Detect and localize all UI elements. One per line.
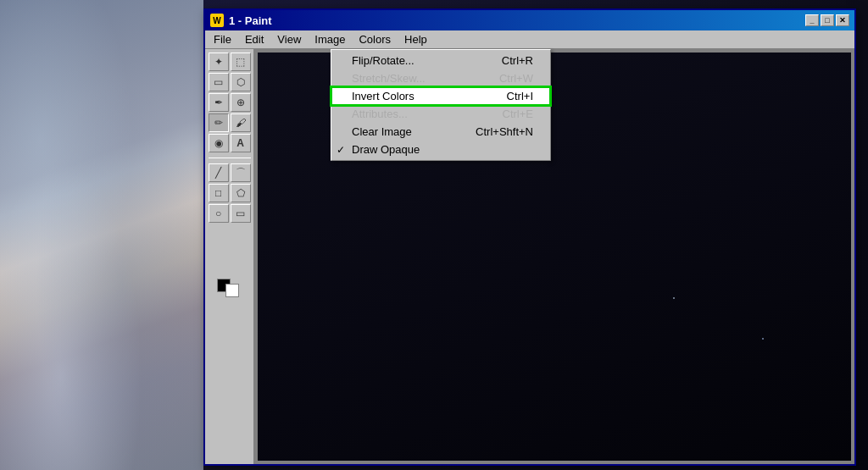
tool-airbrush[interactable]: ◉ [209, 134, 229, 152]
tool-pencil[interactable]: ✏ [209, 113, 229, 132]
menu-file[interactable]: File [207, 31, 238, 47]
tool-row-6: ╱ ⌒ [209, 163, 251, 182]
image-menu-dropdown: Flip/Rotate... Ctrl+R Stretch/Skew... Ct… [331, 49, 551, 161]
tool-row-7: □ ⬠ [209, 184, 251, 202]
tool-select-free[interactable]: ✦ [209, 53, 229, 71]
tool-row-4: ✏ 🖌 [209, 113, 251, 132]
menu-colors[interactable]: Colors [352, 31, 398, 47]
tool-brush[interactable]: 🖌 [231, 113, 251, 132]
tool-zoom[interactable]: ⊕ [231, 93, 251, 112]
tool-curve[interactable]: ⌒ [231, 163, 251, 182]
tool-line[interactable]: ╱ [209, 163, 229, 182]
close-button[interactable]: ✕ [836, 14, 849, 26]
tool-row-2: ▭ ⬡ [209, 73, 251, 91]
toolbar: ✦ ⬚ ▭ ⬡ ✒ ⊕ ✏ 🖌 ◉ A ╱ ⌒ [205, 49, 254, 464]
checkmark-icon: ✓ [337, 144, 345, 156]
menu-item-clear-image[interactable]: Clear Image Ctrl+Shft+N [331, 123, 550, 141]
color-swatches-area [209, 275, 251, 301]
menu-item-invert-colors[interactable]: Invert Colors Ctrl+I [331, 87, 550, 105]
tool-row-1: ✦ ⬚ [209, 53, 251, 71]
menu-item-draw-opaque[interactable]: ✓ Draw Opaque [331, 141, 550, 158]
menu-help[interactable]: Help [398, 31, 434, 47]
background-color[interactable] [225, 284, 239, 297]
painting-overlay [0, 0, 203, 470]
tool-rounded-rect[interactable]: ▭ [231, 204, 251, 223]
menu-image[interactable]: Image [308, 31, 352, 47]
star-1 [673, 297, 675, 299]
tool-rect[interactable]: □ [209, 184, 229, 202]
tool-eraser[interactable]: ▭ [209, 73, 229, 91]
menu-view[interactable]: View [270, 31, 308, 47]
tool-separator-1 [209, 158, 251, 158]
star-2 [762, 338, 764, 340]
window-icon: W [210, 14, 224, 27]
tool-fill[interactable]: ⬡ [231, 73, 251, 91]
menu-item-stretch-skew[interactable]: Stretch/Skew... Ctrl+W [331, 69, 550, 87]
title-bar: W 1 - Paint _ □ ✕ [205, 10, 854, 30]
menu-edit[interactable]: Edit [238, 31, 270, 47]
tool-polygon[interactable]: ⬠ [231, 184, 251, 202]
tool-row-3: ✒ ⊕ [209, 93, 251, 112]
menu-bar: File Edit View Image Colors Help [205, 30, 854, 49]
window-title: 1 - Paint [229, 14, 805, 27]
minimize-button[interactable]: _ [805, 14, 819, 26]
tool-ellipse[interactable]: ○ [209, 204, 229, 223]
dropdown-menu: Flip/Rotate... Ctrl+R Stretch/Skew... Ct… [331, 49, 551, 161]
menu-item-attributes[interactable]: Attributes... Ctrl+E [331, 105, 550, 123]
paint-window: W 1 - Paint _ □ ✕ File Edit View Image C… [203, 8, 856, 466]
maximize-button[interactable]: □ [821, 14, 834, 26]
tool-row-8: ○ ▭ [209, 204, 251, 223]
tool-select-rect[interactable]: ⬚ [231, 53, 251, 71]
tool-eyedropper[interactable]: ✒ [209, 93, 229, 112]
tool-row-5: ◉ A [209, 134, 251, 152]
title-controls: _ □ ✕ [805, 14, 849, 26]
tool-text[interactable]: A [231, 134, 251, 152]
menu-item-flip-rotate[interactable]: Flip/Rotate... Ctrl+R [331, 52, 550, 69]
